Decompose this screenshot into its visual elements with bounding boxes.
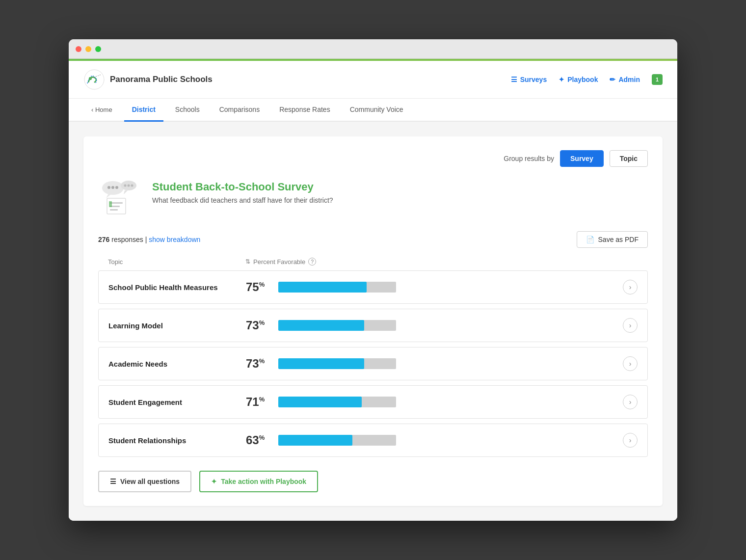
content-card: Group results by Survey Topic — [83, 136, 663, 506]
row-arrow-icon[interactable]: › — [623, 318, 638, 333]
svg-point-4 — [107, 186, 110, 189]
responses-label: responses | — [111, 236, 149, 243]
table-header: Topic ⇅ Percent Favorable ? — [98, 258, 648, 270]
bar-fill — [278, 358, 364, 369]
topic-name: Academic Needs — [108, 360, 246, 368]
surveys-icon: ☰ — [511, 76, 517, 83]
topic-row[interactable]: Student Engagement 71% › — [98, 385, 648, 419]
responses-count: 276 — [98, 236, 109, 243]
col-header-topic: Topic — [108, 258, 245, 266]
admin-label: Admin — [618, 76, 640, 83]
view-all-questions-button[interactable]: ☰ View all questions — [98, 471, 191, 492]
help-icon[interactable]: ? — [308, 258, 316, 266]
percent-value: 73% — [246, 357, 272, 371]
view-questions-label: View all questions — [120, 478, 180, 485]
playbook-link[interactable]: ✦ Playbook — [559, 76, 598, 83]
bar-container — [278, 282, 396, 293]
app-window: Panorama Public Schools ☰ Surveys ✦ Play… — [69, 39, 677, 521]
tab-comparisons[interactable]: Comparisons — [212, 99, 267, 122]
svg-rect-15 — [110, 209, 118, 211]
take-action-playbook-button[interactable]: ✦ Take action with Playbook — [199, 471, 318, 492]
row-arrow-icon[interactable]: › — [623, 433, 638, 448]
percent-block: 75% — [246, 280, 623, 294]
bar-fill — [278, 435, 352, 446]
percent-block: 73% — [246, 357, 623, 371]
survey-description: What feedback did teachers and staff hav… — [152, 196, 333, 204]
playbook-action-icon: ✦ — [211, 478, 217, 485]
svg-marker-8 — [124, 190, 128, 194]
title-bar — [69, 39, 677, 59]
minimize-dot[interactable] — [85, 46, 91, 52]
app-header: Panorama Public Schools ☰ Surveys ✦ Play… — [69, 61, 677, 99]
survey-header: Student Back-to-School Survey What feedb… — [98, 181, 648, 217]
bar-fill — [278, 320, 364, 331]
topic-rows-container: School Public Health Measures 75% › Lear… — [98, 270, 648, 457]
bar-container — [278, 320, 396, 331]
svg-point-11 — [131, 185, 133, 187]
percent-value: 63% — [246, 433, 272, 447]
sort-icon: ⇅ — [245, 258, 250, 265]
svg-point-0 — [84, 70, 104, 89]
topic-name: Learning Model — [108, 321, 246, 330]
survey-title: Student Back-to-School Survey — [152, 181, 333, 193]
tab-home-back[interactable]: ‹ Home — [83, 99, 120, 122]
surveys-label: Surveys — [520, 76, 547, 83]
survey-title-block: Student Back-to-School Survey What feedb… — [152, 181, 333, 204]
admin-icon: ✏ — [610, 76, 615, 83]
responses-row: 276 responses | show breakdown 📄 Save as… — [98, 231, 648, 248]
save-pdf-icon: 📄 — [586, 236, 594, 243]
percent-value: 73% — [246, 319, 272, 332]
topic-name: School Public Health Measures — [108, 283, 246, 292]
tab-district[interactable]: District — [124, 99, 163, 122]
questions-icon: ☰ — [110, 478, 116, 485]
bottom-actions: ☰ View all questions ✦ Take action with … — [98, 471, 648, 492]
app-body: Panorama Public Schools ☰ Surveys ✦ Play… — [69, 61, 677, 521]
svg-point-5 — [111, 186, 114, 189]
svg-point-9 — [124, 185, 127, 187]
main-content: Group results by Survey Topic — [69, 122, 677, 521]
percent-block: 63% — [246, 433, 623, 447]
notification-badge[interactable]: 1 — [652, 74, 663, 85]
percent-block: 71% — [246, 395, 623, 409]
bar-container — [278, 358, 396, 369]
bar-container — [278, 397, 396, 407]
save-pdf-label: Save as PDF — [598, 236, 639, 243]
group-results-bar: Group results by Survey Topic — [98, 150, 648, 167]
group-results-label: Group results by — [504, 155, 554, 162]
close-dot[interactable] — [76, 46, 81, 52]
percent-value: 71% — [246, 395, 272, 409]
svg-point-10 — [128, 185, 130, 187]
topic-name: Student Engagement — [108, 398, 246, 406]
tab-schools[interactable]: Schools — [167, 99, 208, 122]
tab-response-rates[interactable]: Response Rates — [271, 99, 338, 122]
logo-area: Panorama Public Schools — [83, 69, 213, 90]
row-arrow-icon[interactable]: › — [623, 395, 638, 409]
group-topic-button[interactable]: Topic — [610, 150, 648, 167]
nav-tabs: ‹ Home District Schools Comparisons Resp… — [69, 99, 677, 122]
save-pdf-button[interactable]: 📄 Save as PDF — [577, 231, 648, 248]
playbook-label: Playbook — [567, 76, 598, 83]
topic-row[interactable]: Learning Model 73% › — [98, 309, 648, 342]
tab-community-voice[interactable]: Community Voice — [342, 99, 411, 122]
topic-row[interactable]: Student Relationships 63% › — [98, 424, 648, 457]
group-survey-button[interactable]: Survey — [560, 150, 604, 167]
bar-fill — [278, 282, 367, 293]
col-header-percent[interactable]: ⇅ Percent Favorable ? — [245, 258, 316, 266]
show-breakdown-link[interactable]: show breakdown — [149, 236, 200, 243]
topic-row[interactable]: Academic Needs 73% › — [98, 347, 648, 380]
bar-fill — [278, 397, 362, 407]
survey-illustration-icon — [98, 181, 142, 217]
surveys-link[interactable]: ☰ Surveys — [511, 76, 547, 83]
playbook-icon: ✦ — [559, 76, 564, 83]
topic-row[interactable]: School Public Health Measures 75% › — [98, 270, 648, 304]
playbook-action-label: Take action with Playbook — [221, 478, 306, 485]
row-arrow-icon[interactable]: › — [623, 356, 638, 371]
maximize-dot[interactable] — [95, 46, 101, 52]
bar-container — [278, 435, 396, 446]
admin-link[interactable]: ✏ Admin — [610, 76, 640, 83]
topic-name: Student Relationships — [108, 436, 246, 445]
panorama-logo-icon — [83, 69, 105, 90]
responses-text: 276 responses | show breakdown — [98, 236, 200, 243]
row-arrow-icon[interactable]: › — [623, 280, 638, 294]
svg-point-6 — [115, 186, 118, 189]
